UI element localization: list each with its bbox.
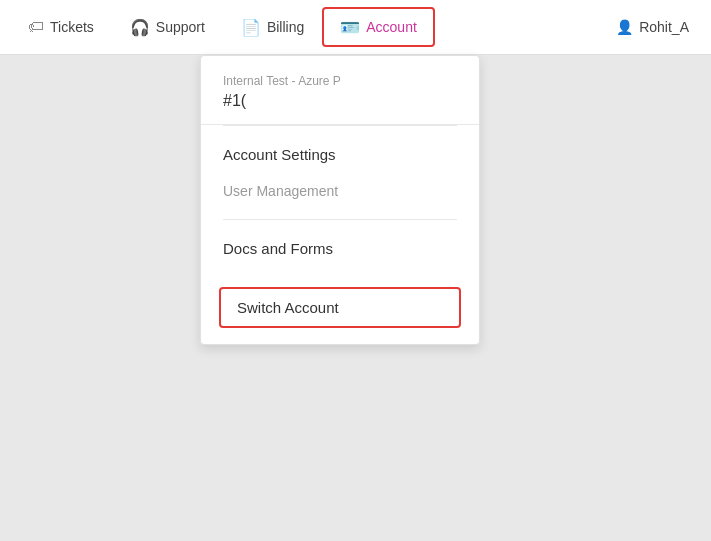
tickets-icon: 🏷 bbox=[28, 18, 44, 36]
nav-label-billing: Billing bbox=[267, 19, 304, 35]
nav-label-tickets: Tickets bbox=[50, 19, 94, 35]
nav-item-account[interactable]: 🪪 Account bbox=[322, 7, 435, 47]
support-icon: 🎧 bbox=[130, 18, 150, 37]
dropdown-item-account-settings[interactable]: Account Settings bbox=[201, 136, 479, 173]
billing-icon: 📄 bbox=[241, 18, 261, 37]
main-content: Internal Test - Azure P #1( Account Sett… bbox=[0, 55, 711, 541]
user-icon: 👤 bbox=[616, 19, 633, 35]
nav-item-tickets[interactable]: 🏷 Tickets bbox=[10, 7, 112, 47]
dropdown-section-2: Docs and Forms bbox=[201, 220, 479, 277]
nav-item-billing[interactable]: 📄 Billing bbox=[223, 7, 322, 47]
nav-user[interactable]: 👤 Rohit_A bbox=[604, 11, 701, 43]
nav-item-support[interactable]: 🎧 Support bbox=[112, 7, 223, 47]
dropdown-account-name: Internal Test - Azure P bbox=[223, 74, 457, 88]
nav-label-account: Account bbox=[366, 19, 417, 35]
dropdown-item-docs-forms[interactable]: Docs and Forms bbox=[201, 230, 479, 267]
account-dropdown: Internal Test - Azure P #1( Account Sett… bbox=[200, 55, 480, 345]
account-icon: 🪪 bbox=[340, 18, 360, 37]
nav-user-label: Rohit_A bbox=[639, 19, 689, 35]
top-nav: 🏷 Tickets 🎧 Support 📄 Billing 🪪 Account … bbox=[0, 0, 711, 55]
nav-label-support: Support bbox=[156, 19, 205, 35]
dropdown-account-id: #1( bbox=[223, 92, 457, 110]
dropdown-section-1: Account Settings User Management bbox=[201, 126, 479, 219]
dropdown-item-user-management[interactable]: User Management bbox=[201, 173, 479, 209]
switch-account-button[interactable]: Switch Account bbox=[219, 287, 461, 328]
dropdown-header: Internal Test - Azure P #1( bbox=[201, 56, 479, 125]
